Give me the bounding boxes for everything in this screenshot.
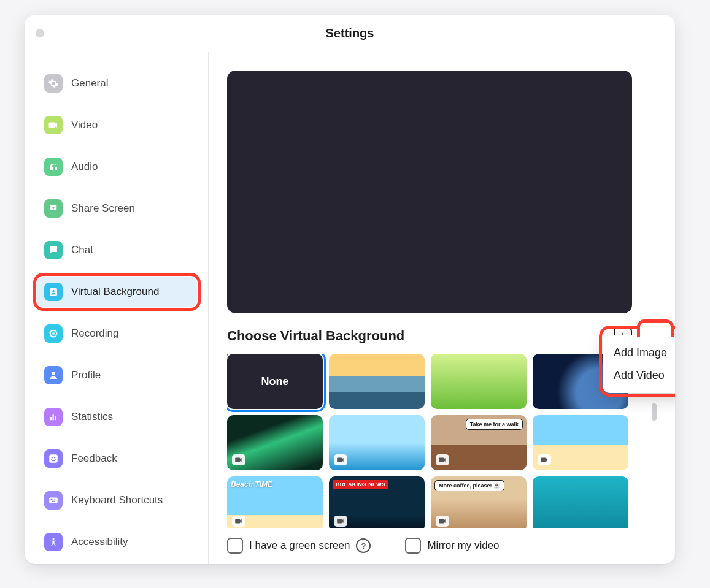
record-icon	[44, 324, 63, 343]
settings-content: Choose Virtual Background None	[209, 52, 675, 564]
highlight-ring-icon	[637, 319, 674, 337]
sidebar-item-label: Chat	[71, 244, 93, 256]
window-title: Settings	[326, 26, 374, 40]
smile-icon	[44, 449, 63, 468]
svg-rect-12	[52, 501, 55, 502]
mirror-label: Mirror my video	[427, 540, 499, 552]
sidebar-item-label: Recording	[71, 327, 119, 340]
background-thumbnail-grid: None Take me for a walk	[227, 354, 637, 528]
background-thumb-aurora[interactable]	[227, 415, 323, 470]
video-icon	[334, 516, 347, 527]
video-icon	[538, 454, 551, 465]
background-thumb-grass[interactable]	[431, 354, 527, 409]
speech-bubble: Take me for a walk	[466, 419, 523, 430]
background-thumb-palms[interactable]	[329, 415, 425, 470]
speech-bubble: More coffee, please! ☕	[434, 480, 504, 491]
add-background-menu: Add Image Add Video	[603, 335, 675, 393]
sidebar-item-label: Audio	[71, 161, 98, 173]
titlebar: Settings	[25, 15, 675, 52]
video-icon	[232, 454, 245, 465]
sidebar-item-label: Share Screen	[71, 202, 135, 215]
video-icon	[436, 454, 449, 465]
svg-point-4	[52, 372, 55, 375]
scrollbar-thumb[interactable]	[652, 403, 657, 421]
portrait-icon	[44, 283, 63, 301]
options-row: I have a green screen ? Mirror my video	[227, 538, 657, 554]
sidebar-item-keyboard-shortcuts[interactable]: Keyboard Shortcuts	[37, 485, 197, 516]
sidebar-item-label: Statistics	[71, 411, 113, 423]
window-body: GeneralVideoAudioShare ScreenChatVirtual…	[25, 52, 675, 564]
background-thumb-beachtime[interactable]: Beach TIME	[227, 476, 323, 528]
video-icon	[232, 516, 245, 527]
background-thumb-beach[interactable]	[533, 415, 628, 470]
svg-point-13	[53, 538, 55, 540]
video-icon	[436, 516, 449, 527]
sidebar-item-label: Accessibility	[71, 536, 128, 548]
stats-icon	[44, 408, 63, 426]
sidebar-item-feedback[interactable]: Feedback	[37, 443, 197, 474]
settings-window: Settings GeneralVideoAudioShare ScreenCh…	[25, 15, 675, 564]
background-thumb-bridge[interactable]	[329, 354, 425, 409]
svg-rect-5	[49, 454, 58, 463]
background-thumb-breaking-news[interactable]: BREAKING NEWS	[329, 476, 425, 528]
svg-rect-8	[49, 498, 58, 503]
close-icon[interactable]	[36, 29, 44, 37]
sidebar-item-label: Virtual Background	[71, 286, 159, 298]
person-icon	[44, 366, 63, 384]
headphones-icon	[44, 158, 63, 176]
background-thumb-cat-chair[interactable]	[533, 476, 628, 528]
sidebar-item-label: Profile	[71, 369, 101, 381]
sidebar-item-video[interactable]: Video	[37, 110, 197, 140]
greenscreen-label: I have a green screen	[249, 540, 350, 552]
camera-icon	[44, 116, 63, 134]
svg-point-6	[52, 457, 53, 458]
checkbox-icon[interactable]	[405, 538, 421, 554]
background-thumb-none[interactable]: None	[227, 354, 323, 409]
thumb-caption: Beach TIME	[231, 480, 272, 489]
thumb-none-label: None	[261, 375, 289, 388]
gear-icon	[44, 74, 63, 93]
sidebar-item-general[interactable]: General	[37, 68, 197, 99]
svg-point-7	[54, 457, 55, 458]
news-banner: BREAKING NEWS	[333, 480, 388, 489]
sidebar-item-label: General	[71, 77, 108, 90]
keyboard-icon	[44, 491, 63, 510]
sidebar-item-label: Keyboard Shortcuts	[71, 494, 163, 506]
share-icon	[44, 199, 63, 218]
sidebar-item-profile[interactable]: Profile	[37, 360, 197, 391]
chat-icon	[44, 241, 63, 259]
help-icon[interactable]: ?	[356, 538, 371, 553]
video-icon	[334, 454, 347, 465]
sidebar-item-share-screen[interactable]: Share Screen	[37, 193, 197, 224]
section-title: Choose Virtual Background	[227, 328, 404, 344]
svg-rect-9	[51, 499, 52, 500]
sidebar-item-recording[interactable]: Recording	[37, 318, 197, 349]
sidebar-item-audio[interactable]: Audio	[37, 151, 197, 182]
svg-rect-11	[55, 499, 56, 500]
sidebar-item-virtual-background[interactable]: Virtual Background	[37, 277, 197, 307]
checkbox-icon[interactable]	[227, 538, 243, 554]
background-thumb-sofa-dog[interactable]: Take me for a walk	[431, 415, 527, 470]
sidebar-item-label: Feedback	[71, 452, 117, 465]
video-preview	[227, 71, 632, 313]
menu-item-add-video[interactable]: Add Video	[603, 364, 675, 387]
sidebar-item-statistics[interactable]: Statistics	[37, 402, 197, 432]
sidebar-item-chat[interactable]: Chat	[37, 235, 197, 265]
a11y-icon	[44, 533, 63, 551]
svg-point-3	[52, 332, 55, 335]
background-thumb-coffee[interactable]: More coffee, please! ☕	[431, 476, 527, 528]
mirror-checkbox-wrap[interactable]: Mirror my video	[405, 538, 499, 554]
sidebar-item-label: Video	[71, 119, 98, 131]
settings-sidebar: GeneralVideoAudioShare ScreenChatVirtual…	[25, 52, 209, 564]
section-header-row: Choose Virtual Background	[227, 327, 632, 345]
greenscreen-checkbox-wrap[interactable]: I have a green screen ?	[227, 538, 371, 554]
svg-point-1	[52, 290, 55, 292]
svg-rect-10	[53, 499, 54, 500]
sidebar-item-accessibility[interactable]: Accessibility	[37, 527, 197, 557]
menu-item-add-image[interactable]: Add Image	[603, 342, 675, 364]
